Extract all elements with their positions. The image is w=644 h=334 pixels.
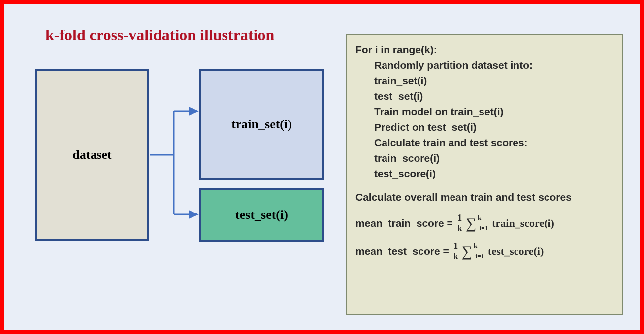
- mean-train-lhs: mean_train_score =: [355, 215, 453, 231]
- mean-test-score-formula: mean_test_score = 1 k ∑ k i=1 test_score…: [355, 242, 613, 261]
- mean-train-score-formula: mean_train_score = 1 k ∑ k i=1 train_sco…: [355, 213, 613, 233]
- algo-line-train: Train model on train_set(i): [355, 104, 613, 120]
- algo-line-overall: Calculate overall mean train and test sc…: [355, 189, 613, 205]
- diagram-title: k-fold cross-validation illustration: [45, 26, 274, 44]
- summation-icon: ∑ k i=1: [466, 216, 476, 231]
- test-set-label: test_set(i): [235, 208, 288, 222]
- test-set-box: test_set(i): [199, 188, 324, 242]
- dataset-label: dataset: [72, 148, 111, 162]
- algo-line-trainscore: train_score(i): [355, 151, 613, 166]
- fraction-one-over-k: 1 k: [456, 213, 464, 233]
- algo-line-predict: Predict on test_set(i): [355, 120, 613, 135]
- fraction-one-over-k-2: 1 k: [452, 242, 460, 261]
- train-set-box: train_set(i): [199, 69, 324, 180]
- mean-test-lhs: mean_test_score =: [355, 243, 449, 259]
- dataset-box: dataset: [35, 69, 149, 241]
- algo-line-trainset: train_set(i): [355, 73, 613, 89]
- algo-line-testset: test_set(i): [355, 89, 613, 104]
- algo-line-calc: Calculate train and test scores:: [355, 135, 613, 151]
- algo-line-partition: Randomly partition dataset into:: [355, 58, 613, 73]
- diagram-container: k-fold cross-validation illustration dat…: [0, 0, 644, 334]
- summation-icon-2: ∑ k i=1: [462, 244, 472, 259]
- test-score-fn: test_score(i): [488, 243, 544, 259]
- train-set-label: train_set(i): [231, 117, 292, 132]
- algorithm-panel: For i in range(k): Randomly partition da…: [346, 34, 623, 315]
- train-score-fn: train_score(i): [492, 215, 554, 231]
- algo-line-testscore: test_score(i): [355, 166, 613, 182]
- algo-line-for: For i in range(k):: [355, 42, 613, 58]
